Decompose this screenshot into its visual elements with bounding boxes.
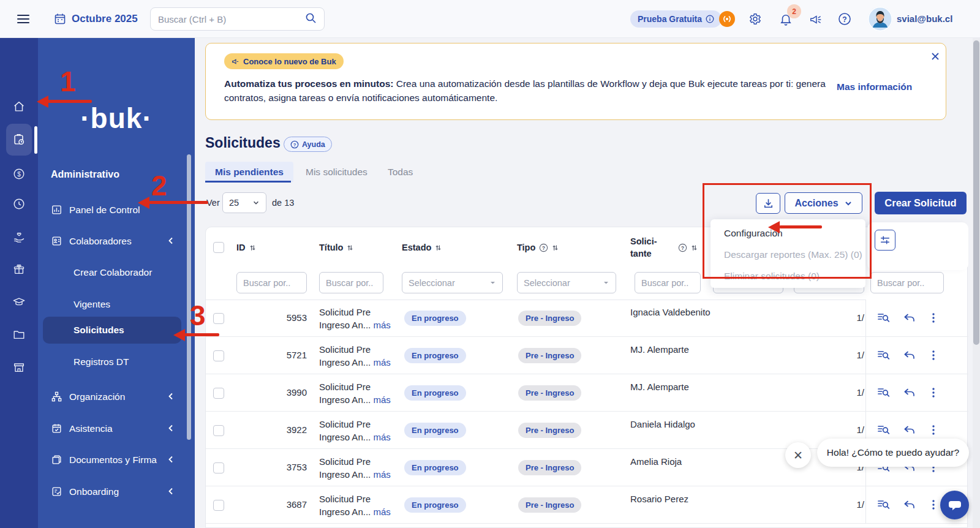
more-link[interactable]: más [373,469,390,480]
download-button[interactable] [756,193,780,214]
filter-titulo-input[interactable] [319,272,383,293]
sidebar-item-colaboradores[interactable]: Colaboradores [69,236,132,247]
table-row[interactable]: 5953 Solicitud Pre Ingreso An... más En … [206,300,968,337]
more-link[interactable]: más [373,320,390,330]
view-details-icon[interactable] [876,423,891,437]
return-icon[interactable] [902,497,917,512]
column-header-tipo[interactable]: Tipo ? [517,243,559,252]
banner-close-icon[interactable] [930,51,941,64]
return-icon[interactable] [902,311,917,325]
sidebar-item-documentos-y-firma[interactable]: Documentos y Firma [69,454,157,466]
row-checkbox[interactable] [213,388,224,399]
per-page-select[interactable]: 25 [222,192,266,213]
filter-tipo-select[interactable]: Seleccionar [517,272,616,293]
remuneration-dollar-icon[interactable]: $ [12,167,26,181]
benefits-hand-heart-icon[interactable] [12,230,26,244]
kebab-menu-icon[interactable] [926,348,941,363]
user-email[interactable]: svial@buk.cl [897,13,952,24]
time-clock-icon[interactable] [12,197,26,211]
kebab-menu-icon[interactable] [926,385,941,400]
status-badge: En progreso [404,385,466,401]
table-row[interactable]: 5721 Solicitud Pre Ingreso An... más En … [206,337,968,374]
page-scrollbar-thumb[interactable] [973,40,979,345]
view-details-icon[interactable] [876,385,891,400]
column-header-titulo[interactable]: Título [319,243,353,252]
return-icon[interactable] [902,348,917,363]
return-icon[interactable] [902,423,917,437]
filter-id-input[interactable] [236,272,307,293]
avatar[interactable] [868,7,892,34]
training-graduation-icon[interactable] [12,295,26,309]
sidebar-item-registros-dt[interactable]: Registros DT [74,356,129,368]
menu-item-configuracion[interactable]: Configuración [724,228,783,239]
home-icon[interactable] [12,100,26,113]
column-header-solicitante[interactable]: Solici-tante ? [630,235,698,260]
sidebar-item-onboarding[interactable]: Onboarding [69,486,119,497]
chat-launcher-button[interactable] [940,491,969,519]
chevron-left-icon[interactable] [167,455,175,464]
create-request-button[interactable]: Crear Solicitud [875,192,967,214]
tab-todas[interactable]: Todas [378,162,423,182]
gift-icon[interactable] [12,263,26,276]
row-checkbox[interactable] [213,313,224,324]
sidebar-item-organizacion[interactable]: Organización [69,391,125,402]
column-settings-button[interactable] [875,230,895,251]
assistant-icon[interactable] [719,11,735,29]
table-row[interactable]: 3687 Solicitud Pre Ingreso An... más En … [206,486,968,524]
kebab-menu-icon[interactable] [926,497,941,512]
row-checkbox[interactable] [213,350,224,361]
chevron-left-icon[interactable] [167,487,175,496]
sidebar-item-crear-colaborador[interactable]: Crear Colaborador [74,267,152,278]
more-link[interactable]: más [373,394,390,405]
announcements-megaphone-icon[interactable] [809,13,823,29]
sidebar-item-vigentes[interactable]: Vigentes [74,299,110,310]
banner-more-info-link[interactable]: Mas información [837,81,912,92]
global-search[interactable] [150,7,325,31]
more-link[interactable]: más [373,507,390,517]
kebab-menu-icon[interactable] [926,311,941,325]
actions-button[interactable]: Acciones [785,192,862,214]
hamburger-menu-icon[interactable] [17,13,29,27]
column-label: Solici-tante [630,235,657,260]
administrative-clipboard-icon[interactable] [12,133,26,146]
column-header-estado[interactable]: Estado [402,243,442,252]
more-link[interactable]: más [373,357,390,368]
calendar-icon[interactable] [54,13,66,28]
row-checkbox[interactable] [213,500,224,511]
view-details-icon[interactable] [876,348,891,363]
tab-mis-pendientes[interactable]: Mis pendientes [205,162,293,182]
filter-progreso-input[interactable] [870,272,944,293]
chevron-left-icon[interactable] [167,424,175,432]
table-body: 5953 Solicitud Pre Ingreso An... más En … [206,300,968,524]
settings-gear-icon[interactable] [748,12,762,28]
chat-dismiss-button[interactable]: ✕ [785,442,811,468]
sidebar-item-panel-de-control[interactable]: Panel de Control [69,205,140,216]
chevron-left-icon[interactable] [167,392,175,401]
company-kiosk-icon[interactable] [12,361,26,374]
chat-greeting-bubble[interactable]: Hola! ¿Cómo te puedo ayudar? [817,439,969,467]
search-input[interactable] [158,14,305,25]
row-checkbox[interactable] [213,425,224,436]
period-selector[interactable]: Octubre 2025 [72,13,138,25]
filter-solicitante-input[interactable] [635,272,701,293]
view-details-icon[interactable] [876,497,891,512]
select-all-checkbox[interactable] [213,242,224,253]
view-details-icon[interactable] [876,311,891,325]
chevron-left-icon[interactable] [167,236,175,245]
filter-estado-select[interactable]: Seleccionar [402,272,503,293]
sidebar-scrollbar[interactable] [187,154,191,440]
help-badge[interactable]: ? Ayuda [284,137,332,152]
folder-icon[interactable] [12,328,26,341]
search-icon[interactable] [305,12,317,26]
tab-mis-solicitudes[interactable]: Mis solicitudes [296,162,377,182]
trial-badge[interactable]: Prueba Gratuita [630,10,722,28]
sidebar-item-solicitudes[interactable]: Solicitudes [74,325,124,336]
row-checkbox[interactable] [213,462,224,473]
return-icon[interactable] [902,385,917,400]
help-icon[interactable]: ? [838,12,851,28]
column-header-id[interactable]: ID [236,243,256,252]
kebab-menu-icon[interactable] [926,423,941,437]
sidebar-item-asistencia[interactable]: Asistencia [69,423,113,434]
more-link[interactable]: más [373,432,390,442]
table-row[interactable]: 3990 Solicitud Pre Ingreso An... más En … [206,374,968,412]
